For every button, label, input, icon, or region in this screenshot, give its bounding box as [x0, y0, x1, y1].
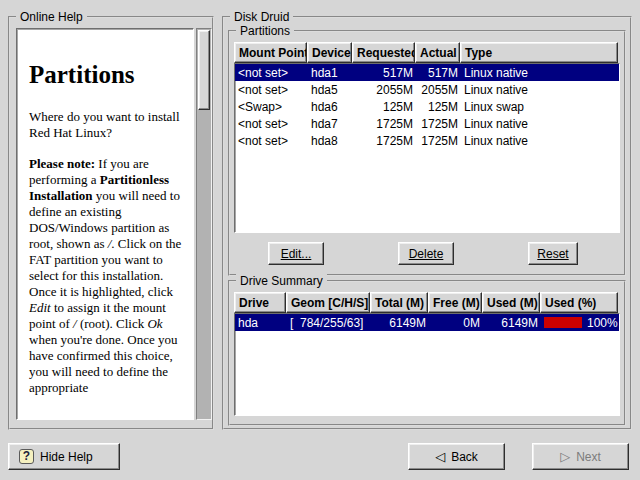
partition-cell: hda1 — [308, 66, 353, 80]
partition-row[interactable]: <not set>hda1517M517MLinux native — [235, 64, 619, 81]
drive-summary-list[interactable]: hda[ 784/255/63]6149M0M6149M100% — [234, 313, 620, 416]
partition-cell: Linux swap — [461, 100, 619, 114]
drive-cell: [ 784/255/63] — [287, 316, 371, 330]
partition-row[interactable]: <Swap>hda6125M125MLinux swap — [235, 98, 619, 115]
partition-cell: Linux native — [461, 83, 619, 97]
online-help-frame-label: Online Help — [16, 10, 87, 25]
partition-cell: 517M — [416, 66, 461, 80]
reset-button[interactable]: Reset — [528, 242, 578, 265]
partition-cell: 517M — [353, 66, 416, 80]
installer-window: Online Help Partitions Where do you want… — [0, 0, 640, 480]
help-paragraphs: Where do you want to install Red Hat Lin… — [29, 109, 183, 396]
used-percent-value: 100% — [587, 316, 618, 330]
disk-druid-frame: Disk Druid Partitions Mount PointDeviceR… — [222, 16, 632, 430]
help-text-segment: Where do you want to install Red Hat Lin… — [29, 109, 180, 140]
column-header[interactable]: Actual — [415, 42, 460, 63]
used-percent-bar — [544, 317, 582, 328]
help-paragraph: Please note: If you are performing a Par… — [29, 156, 183, 396]
disk-druid-frame-label: Disk Druid — [230, 10, 293, 25]
drive-summary-frame: Drive Summary DriveGeom [C/H/S]Total (M)… — [228, 280, 626, 426]
partition-cell: 1725M — [416, 134, 461, 148]
back-arrow-icon: ◁ — [435, 450, 445, 463]
next-button-label: Next — [576, 450, 601, 464]
drive-cell: hda — [235, 316, 287, 330]
partition-cell: hda8 — [308, 134, 353, 148]
partition-cell: <not set> — [235, 66, 308, 80]
partition-cell: hda5 — [308, 83, 353, 97]
partition-cell: 2055M — [353, 83, 416, 97]
partition-row[interactable]: <not set>hda52055M2055MLinux native — [235, 81, 619, 98]
partition-cell: <Swap> — [235, 100, 308, 114]
column-header[interactable]: Free (M) — [428, 292, 482, 313]
hide-help-button[interactable]: ? Hide Help — [8, 443, 120, 470]
partition-cell: <not set> — [235, 83, 308, 97]
back-button[interactable]: ◁ Back — [408, 443, 505, 470]
back-button-label: Back — [451, 450, 478, 464]
column-header[interactable]: Drive — [234, 292, 286, 313]
column-header[interactable]: Geom [C/H/S] — [286, 292, 370, 313]
used-percent-cell: 100% — [541, 316, 619, 330]
column-header[interactable]: Type — [460, 42, 618, 63]
drive-summary-header: DriveGeom [C/H/S]Total (M)Free (M)Used (… — [234, 292, 618, 313]
edit-button[interactable]: Edit... — [268, 242, 324, 265]
help-text-segment: when you're done. Once you have confirme… — [29, 332, 178, 395]
delete-button-label: Delete — [409, 247, 444, 261]
partitions-header: Mount PointDeviceRequestedActualType — [234, 42, 618, 63]
partition-cell: 1725M — [416, 117, 461, 131]
partition-cell: <not set> — [235, 134, 308, 148]
drive-cell: 6149M — [483, 316, 541, 330]
drive-summary-frame-label: Drive Summary — [236, 274, 327, 289]
reset-button-label: Reset — [537, 247, 568, 261]
next-button[interactable]: ▷ Next — [532, 443, 629, 470]
partition-cell: hda6 — [308, 100, 353, 114]
hide-help-button-label: Hide Help — [40, 450, 93, 464]
partitions-frame: Partitions Mount PointDeviceRequestedAct… — [228, 30, 626, 276]
next-arrow-icon: ▷ — [560, 450, 570, 463]
help-paragraph: Where do you want to install Red Hat Lin… — [29, 109, 183, 141]
edit-button-label: Edit... — [281, 247, 312, 261]
partition-cell: 1725M — [353, 117, 416, 131]
partition-cell: 1725M — [353, 134, 416, 148]
column-header[interactable]: Used (M) — [482, 292, 540, 313]
column-header[interactable]: Mount Point — [234, 42, 307, 63]
help-scrollbar-thumb[interactable] — [198, 30, 210, 110]
help-question-icon: ? — [19, 449, 34, 464]
online-help-frame: Online Help Partitions Where do you want… — [8, 16, 214, 430]
partition-row[interactable]: <not set>hda71725M1725MLinux native — [235, 115, 619, 132]
help-text-segment: Please note: — [29, 156, 98, 171]
partition-cell: hda7 — [308, 117, 353, 131]
partition-cell: Linux native — [461, 117, 619, 131]
help-title: Partitions — [29, 61, 183, 89]
help-text-segment: Ok — [147, 316, 162, 331]
help-content: Partitions Where do you want to install … — [17, 29, 193, 396]
drive-cell: 0M — [429, 316, 483, 330]
delete-button[interactable]: Delete — [398, 242, 454, 265]
help-scrollbar[interactable] — [196, 28, 212, 420]
column-header[interactable]: Total (M) — [370, 292, 428, 313]
column-header[interactable]: Requested — [352, 42, 415, 63]
partitions-frame-label: Partitions — [236, 24, 294, 39]
partition-row[interactable]: <not set>hda81725M1725MLinux native — [235, 132, 619, 149]
partition-cell: 125M — [353, 100, 416, 114]
partitions-list[interactable]: <not set>hda1517M517MLinux native<not se… — [234, 63, 620, 233]
partition-cell: 125M — [416, 100, 461, 114]
help-viewport: Partitions Where do you want to install … — [16, 28, 194, 420]
drive-cell: 6149M — [371, 316, 429, 330]
help-text-segment: Edit — [29, 300, 51, 315]
partition-cell: <not set> — [235, 117, 308, 131]
column-header[interactable]: Used (%) — [540, 292, 618, 313]
partition-cell: Linux native — [461, 134, 619, 148]
drive-row[interactable]: hda[ 784/255/63]6149M0M6149M100% — [235, 314, 619, 331]
partition-cell: 2055M — [416, 83, 461, 97]
column-header[interactable]: Device — [307, 42, 352, 63]
partition-cell: Linux native — [461, 66, 619, 80]
help-text-segment: (root). Click — [77, 316, 148, 331]
